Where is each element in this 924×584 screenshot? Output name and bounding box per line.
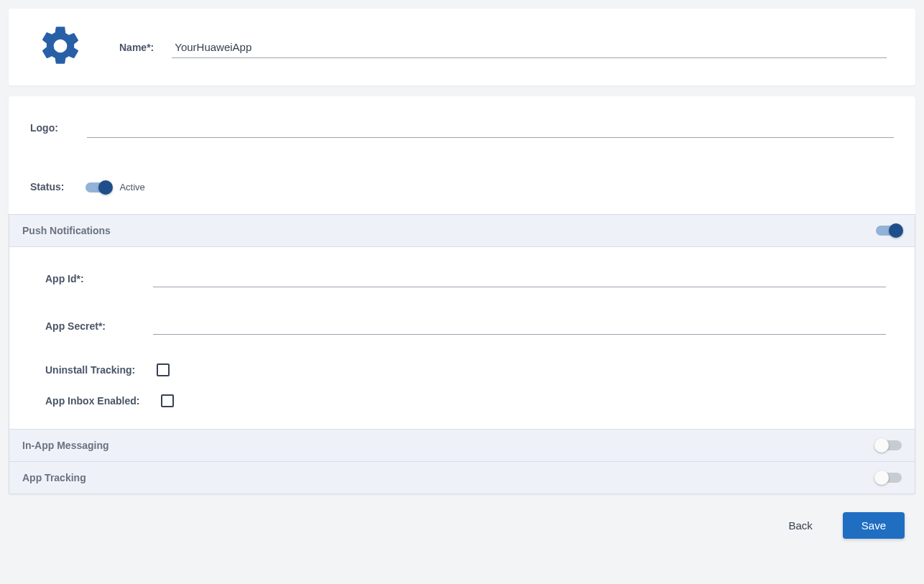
inapp-toggle[interactable] (876, 440, 902, 450)
app-secret-label: App Secret*: (45, 320, 117, 335)
section-inapp-header[interactable]: In-App Messaging (9, 429, 915, 462)
app-id-label: App Id*: (45, 273, 117, 287)
body-card: Logo: Status: Active Push Notifications … (9, 96, 915, 494)
app-inbox-label: App Inbox Enabled: (45, 395, 139, 407)
logo-input[interactable] (87, 118, 894, 138)
status-toggle[interactable] (86, 182, 111, 193)
section-tracking-title: App Tracking (22, 472, 86, 483)
uninstall-tracking-label: Uninstall Tracking: (45, 364, 135, 376)
app-inbox-checkbox[interactable] (161, 394, 174, 407)
tracking-toggle[interactable] (876, 473, 902, 483)
section-push-title: Push Notifications (22, 225, 111, 236)
logo-label: Logo: (30, 122, 58, 138)
app-id-input[interactable] (153, 269, 886, 287)
push-section-content: App Id*: App Secret*: Uninstall Tracking… (9, 247, 915, 429)
section-inapp-title: In-App Messaging (22, 440, 109, 451)
save-button[interactable]: Save (843, 512, 905, 539)
header-card: Name*: (9, 9, 915, 85)
app-secret-input[interactable] (153, 316, 886, 335)
uninstall-tracking-checkbox[interactable] (157, 363, 170, 376)
status-text: Active (119, 182, 144, 193)
section-push-header[interactable]: Push Notifications (9, 214, 915, 247)
status-label: Status: (30, 181, 64, 193)
back-button[interactable]: Back (780, 514, 821, 537)
footer: Back Save (9, 494, 915, 546)
section-tracking-header[interactable]: App Tracking (9, 462, 915, 494)
push-toggle[interactable] (876, 226, 902, 236)
name-label: Name*: (119, 42, 154, 53)
name-input[interactable] (172, 37, 887, 58)
gear-icon (37, 23, 83, 71)
